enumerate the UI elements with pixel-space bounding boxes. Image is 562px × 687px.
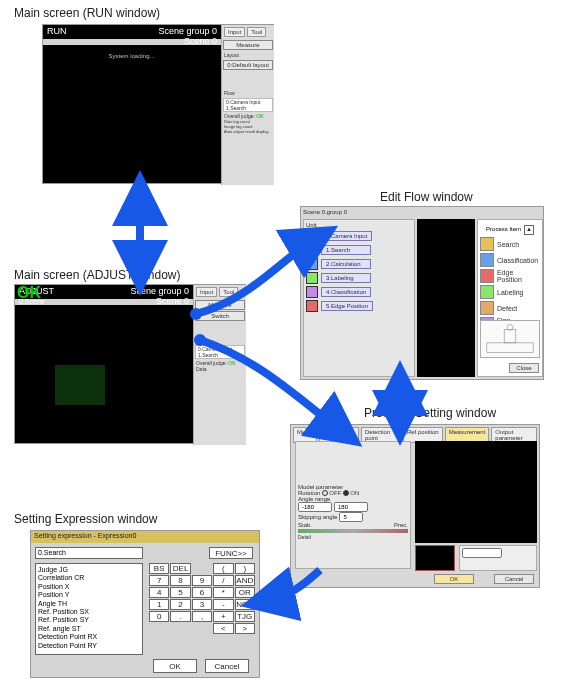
expr-item[interactable]: Position X bbox=[38, 583, 140, 591]
expr-cancel-button[interactable]: Cancel bbox=[205, 659, 249, 673]
key-rparen[interactable]: ) bbox=[235, 563, 255, 574]
label-expr: Setting Expression window bbox=[14, 512, 157, 526]
adjust-tab-tool[interactable]: Tool bbox=[219, 287, 238, 297]
procitem-icon bbox=[480, 301, 494, 315]
key-lt[interactable]: < bbox=[213, 623, 233, 634]
editflow-left-header: Unit bbox=[306, 222, 412, 228]
expr-func-button[interactable]: FUNC>> bbox=[209, 547, 253, 559]
run-image-view[interactable]: System loading… bbox=[43, 45, 221, 183]
key-tjg[interactable]: TJG bbox=[235, 611, 255, 622]
procitem-ok-button[interactable]: OK bbox=[434, 574, 474, 584]
browser-item-label: Defect bbox=[497, 305, 517, 312]
folder-up-button[interactable]: ▲ bbox=[524, 225, 534, 235]
key-not[interactable]: NOT bbox=[235, 599, 255, 610]
expr-item[interactable]: Ref. Position SX bbox=[38, 608, 140, 616]
run-side-panel: Input Tool Measure Layout 0:Default layo… bbox=[221, 25, 274, 185]
run-layout-select[interactable]: 0:Default layout bbox=[223, 60, 273, 70]
expr-item[interactable]: Ref. Position SY bbox=[38, 616, 140, 624]
expr-unit-select[interactable]: 0.Search bbox=[35, 547, 143, 559]
key-or[interactable]: OR bbox=[235, 587, 255, 598]
adjust-image-view[interactable] bbox=[15, 305, 193, 443]
key-5[interactable]: 5 bbox=[170, 587, 190, 598]
adjust-switch-button[interactable]: Switch bbox=[195, 311, 245, 321]
procitem-param-panel: Model parameter Rotation OFF ON Angle ra… bbox=[295, 441, 411, 569]
expr-item[interactable]: Detection Point RX bbox=[38, 633, 140, 641]
key-bs[interactable]: BS bbox=[149, 563, 169, 574]
procitem-icon bbox=[480, 269, 494, 283]
adjust-flow-item-1[interactable]: 1.Search bbox=[198, 352, 242, 358]
run-tab-input[interactable]: Input bbox=[224, 27, 245, 37]
editflow-preview bbox=[417, 219, 475, 377]
editflow-browser-item[interactable]: Defect bbox=[480, 301, 540, 315]
procitem-prec-label: Prec. bbox=[394, 522, 408, 528]
rotation-on-radio[interactable] bbox=[343, 490, 349, 496]
editflow-browser-item[interactable]: Search bbox=[480, 237, 540, 251]
key-6[interactable]: 6 bbox=[192, 587, 212, 598]
editflow-right-header: Process Item ▲ bbox=[480, 222, 540, 235]
key-div[interactable]: / bbox=[213, 575, 233, 586]
run-tab-tool[interactable]: Tool bbox=[247, 27, 266, 37]
angle-lo-input[interactable] bbox=[298, 502, 332, 512]
key-sub[interactable]: - bbox=[213, 599, 233, 610]
editflow-unit-5[interactable]: 5.Edge Position bbox=[321, 301, 373, 311]
browser-item-label: Edge Position bbox=[497, 269, 540, 283]
key-gt[interactable]: > bbox=[235, 623, 255, 634]
run-title: RUN bbox=[47, 26, 67, 38]
procitem-thumb-view[interactable] bbox=[415, 545, 455, 571]
angle-hi-input[interactable] bbox=[334, 502, 368, 512]
procitem-icon bbox=[480, 285, 494, 299]
key-del[interactable]: DEL bbox=[170, 563, 190, 574]
expr-item[interactable]: Correlation CR bbox=[38, 574, 140, 582]
procitem-cancel-button[interactable]: Cancel bbox=[494, 574, 534, 584]
editflow-unit-1[interactable]: 1.Search bbox=[321, 245, 371, 255]
key-8[interactable]: 8 bbox=[170, 575, 190, 586]
adjust-tab-input[interactable]: Input bbox=[196, 287, 217, 297]
adjust-side-panel: Input Tool Measure Switch Flow 0.Camera … bbox=[193, 285, 246, 445]
key-mul[interactable]: * bbox=[213, 587, 233, 598]
adjust-judge-value: OK bbox=[228, 360, 235, 366]
expr-ok-button[interactable]: OK bbox=[153, 659, 197, 673]
expr-item[interactable]: Detection Point RY bbox=[38, 642, 140, 650]
key-9[interactable]: 9 bbox=[192, 575, 212, 586]
editflow-browser-item[interactable]: Labeling bbox=[480, 285, 540, 299]
editflow-unit-4[interactable]: 4.Classification bbox=[321, 287, 371, 297]
editflow-browser-item[interactable]: Edge Position bbox=[480, 269, 540, 283]
procitem-icon bbox=[480, 253, 494, 267]
key-lparen[interactable]: ( bbox=[213, 563, 233, 574]
procitem-icon bbox=[480, 237, 494, 251]
editflow-unit-0[interactable]: 0.Camera Input bbox=[321, 231, 372, 241]
key-comma[interactable]: , bbox=[192, 611, 212, 622]
key-7[interactable]: 7 bbox=[149, 575, 169, 586]
key-and[interactable]: AND bbox=[235, 575, 255, 586]
key-0[interactable]: 0 bbox=[149, 611, 169, 622]
key-1[interactable]: 1 bbox=[149, 599, 169, 610]
key-add[interactable]: + bbox=[213, 611, 233, 622]
key-3[interactable]: 3 bbox=[192, 599, 212, 610]
editflow-unit-2[interactable]: 2.Calculation bbox=[321, 259, 371, 269]
editflow-browser-item[interactable]: Classification bbox=[480, 253, 540, 267]
procitem-main-view[interactable] bbox=[415, 441, 537, 543]
browser-item-label: Classification bbox=[497, 257, 538, 264]
editflow-title: Scene 0.group 0 bbox=[303, 209, 347, 215]
run-measure-button[interactable]: Measure bbox=[223, 40, 273, 50]
expr-item[interactable]: Angle TH bbox=[38, 600, 140, 608]
adjust-ok-badge: OK bbox=[17, 284, 41, 302]
expr-window: Setting expression - Expression0 0.Searc… bbox=[30, 530, 260, 678]
svg-rect-1 bbox=[504, 329, 516, 343]
skip-angle-input[interactable] bbox=[339, 512, 363, 522]
run-flow-item-1[interactable]: 1.Search bbox=[226, 105, 270, 111]
key-4[interactable]: 4 bbox=[149, 587, 169, 598]
adjust-scene-group: Scene group 0 bbox=[130, 286, 189, 296]
procitem-zoom-input[interactable] bbox=[462, 548, 502, 558]
expr-item-list[interactable]: Judge JG Correlation CR Position X Posit… bbox=[35, 563, 143, 655]
editflow-unit-3[interactable]: 3.Labeling bbox=[321, 273, 371, 283]
key-2[interactable]: 2 bbox=[170, 599, 190, 610]
stab-prec-slider[interactable] bbox=[298, 529, 408, 533]
adjust-measure-button[interactable]: Measure bbox=[195, 300, 245, 310]
procitem-window: Model Region Setting Detection point Ref… bbox=[290, 424, 540, 588]
expr-item[interactable]: Position Y bbox=[38, 591, 140, 599]
expr-item[interactable]: Ref. angle ST bbox=[38, 625, 140, 633]
editflow-close-button[interactable]: Close bbox=[509, 363, 539, 373]
expr-item[interactable]: Judge JG bbox=[38, 566, 140, 574]
key-dot[interactable]: . bbox=[170, 611, 190, 622]
